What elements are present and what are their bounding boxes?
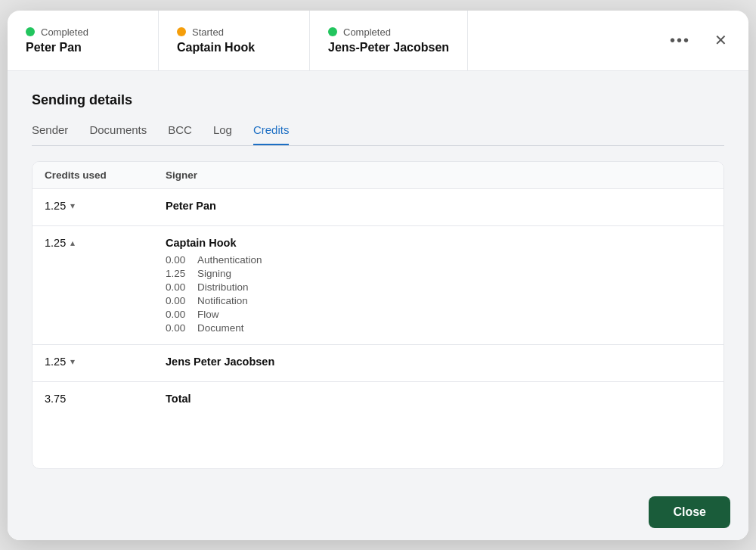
modal-footer: Close [8, 487, 748, 540]
distribution-label: Distribution [197, 281, 249, 293]
detail-row-authentication: 0.00 Authentication [166, 254, 711, 266]
table-row-total: 3.75 Total [33, 382, 723, 415]
auth-label: Authentication [197, 254, 262, 266]
tab-peter-pan-status: Completed [26, 26, 140, 38]
tab-sender[interactable]: Sender [32, 123, 68, 145]
jens-peter-name: Jens-Peter Jacobsen [328, 41, 449, 54]
total-label: Total [166, 393, 711, 405]
credits-table: Credits used Signer 1.25 ▾ Peter Pan [32, 161, 724, 469]
modal-close-button[interactable]: ✕ [708, 28, 733, 52]
tab-credits[interactable]: Credits [253, 123, 290, 145]
peter-pan-signer-name: Peter Pan [166, 200, 711, 212]
signing-amount: 1.25 [166, 268, 193, 279]
modal-body: Sending details Sender Documents BCC Log… [8, 71, 748, 487]
peter-pan-credits: 1.25 ▾ [45, 200, 166, 212]
close-action-button[interactable]: Close [649, 496, 730, 528]
table-header-row: Credits used Signer [33, 162, 723, 189]
peter-pan-chevron-icon[interactable]: ▾ [70, 200, 75, 211]
jens-peter-credits-value: 1.25 [45, 356, 66, 368]
jens-peter-signer: Jens Peter Jacobsen [166, 356, 711, 371]
tab-jens-peter-status: Completed [328, 26, 449, 38]
captain-hook-name: Captain Hook [177, 41, 291, 54]
status-dot-green-peter [26, 27, 35, 36]
tab-jens-peter[interactable]: Completed Jens-Peter Jacobsen [310, 11, 468, 70]
document-label: Document [197, 322, 244, 334]
jens-peter-credits: 1.25 ▾ [45, 356, 166, 368]
captain-hook-credits: 1.25 ▴ [45, 237, 166, 249]
modal-overlay: Completed Peter Pan Started Captain Hook… [0, 0, 756, 550]
total-credits: 3.75 [45, 393, 166, 405]
tab-captain-hook-status: Started [177, 26, 291, 38]
signing-label: Signing [197, 268, 231, 279]
detail-row-signing: 1.25 Signing [166, 268, 711, 279]
detail-row-notification: 0.00 Notification [166, 295, 711, 306]
more-options-button[interactable]: ••• [664, 29, 696, 52]
modal-header: Completed Peter Pan Started Captain Hook… [8, 11, 748, 71]
tab-peter-pan[interactable]: Completed Peter Pan [8, 11, 159, 70]
total-credits-value: 3.75 [45, 393, 66, 405]
notification-label: Notification [197, 295, 248, 306]
jens-peter-status-label: Completed [343, 26, 391, 38]
auth-amount: 0.00 [166, 254, 193, 266]
col-header-credits: Credits used [45, 169, 166, 181]
detail-row-flow: 0.00 Flow [166, 309, 711, 320]
captain-hook-chevron-icon[interactable]: ▴ [70, 238, 75, 248]
table-row: 1.25 ▾ Peter Pan [33, 189, 723, 226]
table-row: 1.25 ▾ Jens Peter Jacobsen [33, 345, 723, 382]
total-signer: Total [166, 393, 711, 405]
status-dot-green-jens [328, 27, 337, 36]
col-header-signer: Signer [166, 169, 711, 181]
jens-peter-chevron-icon[interactable]: ▾ [70, 356, 75, 367]
header-actions: ••• ✕ [649, 11, 748, 70]
status-dot-yellow-captain [177, 27, 186, 36]
tab-log[interactable]: Log [213, 123, 232, 145]
captain-hook-status-label: Started [192, 26, 224, 38]
tab-documents[interactable]: Documents [89, 123, 147, 145]
table-row: 1.25 ▴ Captain Hook 0.00 Authentication … [33, 226, 723, 345]
peter-pan-status-label: Completed [41, 26, 88, 38]
modal: Completed Peter Pan Started Captain Hook… [8, 11, 748, 540]
tab-bcc[interactable]: BCC [168, 123, 192, 145]
flow-label: Flow [197, 309, 219, 320]
peter-pan-signer: Peter Pan [166, 200, 711, 215]
sub-tabs: Sender Documents BCC Log Credits [32, 123, 724, 146]
notification-amount: 0.00 [166, 295, 193, 306]
detail-row-document: 0.00 Document [166, 322, 711, 334]
document-amount: 0.00 [166, 322, 193, 334]
jens-peter-signer-name: Jens Peter Jacobsen [166, 356, 711, 368]
distribution-amount: 0.00 [166, 281, 193, 293]
captain-hook-signer: Captain Hook 0.00 Authentication 1.25 Si… [166, 237, 711, 334]
detail-row-distribution: 0.00 Distribution [166, 281, 711, 293]
sending-details-title: Sending details [32, 92, 724, 108]
captain-hook-credits-value: 1.25 [45, 237, 66, 249]
flow-amount: 0.00 [166, 309, 193, 320]
tab-captain-hook[interactable]: Started Captain Hook [159, 11, 310, 70]
captain-hook-signer-name: Captain Hook [166, 237, 711, 249]
peter-pan-credits-value: 1.25 [45, 200, 66, 212]
peter-pan-name: Peter Pan [26, 41, 140, 54]
